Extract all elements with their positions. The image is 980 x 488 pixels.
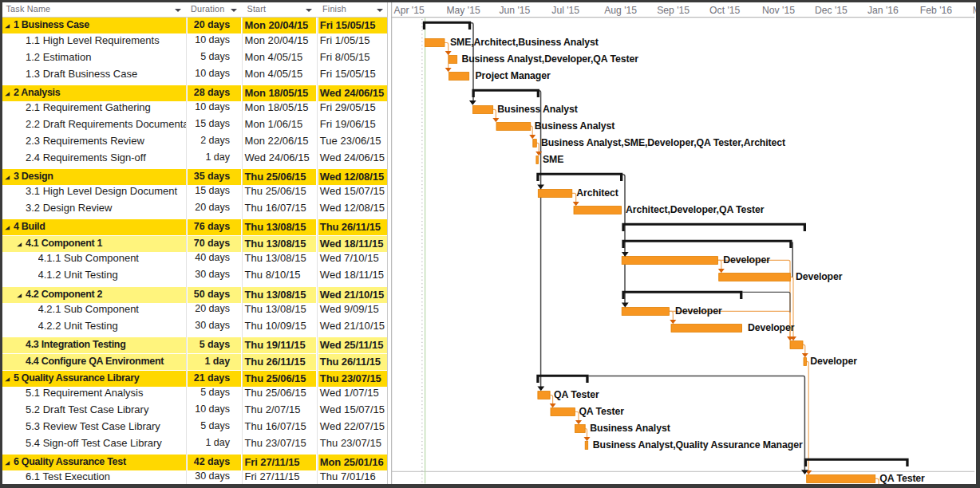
svg-text:Business Analyst,Developer,QA: Business Analyst,Developer,QA Tester	[461, 53, 638, 65]
svg-text:SME: SME	[543, 154, 563, 165]
svg-text:Business Analyst,Quality Assur: Business Analyst,Quality Assurance Manag…	[593, 439, 803, 451]
svg-text:Developer: Developer	[675, 305, 722, 317]
svg-text:Business Analyst,SME,Developer: Business Analyst,SME,Developer,QA Tester…	[541, 137, 785, 148]
svg-text:Business Analyst: Business Analyst	[590, 423, 670, 434]
svg-text:QA Tester: QA Tester	[579, 406, 624, 417]
svg-text:SME,Architect,Business Analyst: SME,Architect,Business Analyst	[450, 37, 599, 48]
svg-text:Dec '15: Dec '15	[815, 5, 848, 16]
svg-text:Jun '15: Jun '15	[499, 5, 530, 16]
svg-text:Architect,Developer,QA Tester: Architect,Developer,QA Tester	[626, 204, 765, 215]
svg-text:Developer: Developer	[796, 271, 843, 282]
svg-text:Feb '16: Feb '16	[920, 5, 952, 16]
svg-text:Apr '15: Apr '15	[394, 5, 425, 16]
svg-text:Project Manager: Project Manager	[476, 70, 551, 81]
svg-text:May '15: May '15	[446, 5, 480, 16]
svg-text:Developer: Developer	[748, 322, 795, 333]
svg-text:Business Analyst: Business Analyst	[535, 120, 614, 132]
svg-text:Developer: Developer	[723, 254, 770, 266]
svg-text:Sep '15: Sep '15	[657, 5, 690, 16]
svg-text:Nov '15: Nov '15	[762, 5, 795, 16]
svg-text:Jan '16: Jan '16	[867, 5, 899, 16]
svg-text:Jul '15: Jul '15	[551, 5, 579, 16]
svg-text:Aug '15: Aug '15	[604, 5, 637, 16]
svg-text:Oct '15: Oct '15	[709, 5, 740, 16]
svg-text:QA Tester: QA Tester	[879, 473, 925, 484]
svg-text:Architect: Architect	[576, 187, 618, 199]
svg-text:Developer: Developer	[810, 356, 857, 367]
svg-text:QA Tester: QA Tester	[554, 389, 599, 400]
svg-text:Business Analyst: Business Analyst	[497, 104, 577, 115]
